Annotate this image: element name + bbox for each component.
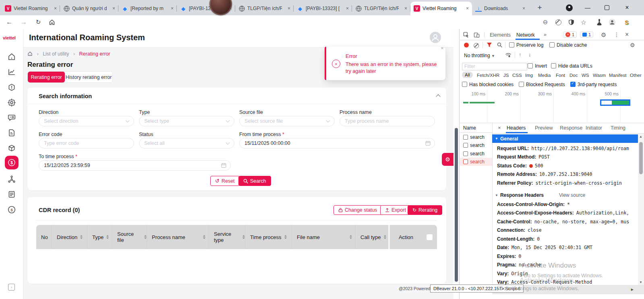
tab-close-icon[interactable]: ×: [464, 6, 469, 11]
devtools-tab-network[interactable]: Network: [516, 32, 535, 38]
sidebar-report-icon[interactable]: [7, 190, 16, 199]
browser-tab-1[interactable]: V Viettel Roaming ×: [2, 2, 60, 15]
device-toolbar-icon[interactable]: [474, 32, 480, 38]
throttling-dropdown[interactable]: No throttling ▼: [464, 53, 495, 58]
devtools-tab-elements[interactable]: Elements: [490, 32, 511, 38]
source-file-select[interactable]: [239, 116, 335, 126]
chip-font[interactable]: Font: [556, 73, 565, 78]
detail-tab-timing[interactable]: Timing: [611, 125, 625, 131]
chip-doc[interactable]: Doc: [569, 73, 578, 78]
detail-tab-preview[interactable]: Preview: [535, 125, 553, 131]
sidebar-item-rerating-active[interactable]: $: [5, 156, 19, 169]
filter-funnel-icon[interactable]: [487, 42, 492, 47]
network-conditions-icon[interactable]: [505, 52, 511, 58]
requests-name-header[interactable]: Name: [460, 123, 492, 133]
browser-tab-downloads[interactable]: ↓ Downloads ×: [472, 2, 528, 15]
blocked-requests-checkbox[interactable]: Blocked Requests: [519, 82, 565, 87]
devtools-more-tabs-icon[interactable]: »: [544, 32, 547, 37]
browser-tab-7[interactable]: TLGP/Tiện ích/R ×: [352, 2, 410, 15]
direction-select[interactable]: [39, 116, 134, 126]
window-close-button[interactable]: ×: [621, 0, 633, 15]
disable-cache-checkbox[interactable]: Disable cache: [549, 42, 587, 48]
col-action[interactable]: Action: [388, 225, 422, 249]
col-file-name[interactable]: File name: [292, 225, 355, 249]
sidebar-home-icon[interactable]: [7, 52, 16, 61]
col-direction[interactable]: Direction: [52, 225, 87, 249]
new-tab-button[interactable]: +: [534, 0, 545, 15]
record-network-log-icon[interactable]: [464, 43, 469, 47]
devtools-error-badge[interactable]: ×1: [563, 31, 577, 38]
third-party-requests-checkbox[interactable]: 3rd-party requests: [570, 82, 617, 87]
browser-tab-5[interactable]: TLGP/Tiện ích/R ×: [235, 2, 294, 15]
chip-media[interactable]: Media: [538, 73, 551, 78]
detail-tab-response[interactable]: Response: [560, 125, 582, 131]
tab-close-icon[interactable]: ×: [285, 6, 290, 11]
forward-icon[interactable]: →: [18, 15, 30, 29]
window-maximize-button[interactable]: [601, 0, 613, 15]
chip-other[interactable]: Other: [630, 73, 642, 78]
invert-checkbox[interactable]: Invert: [528, 63, 547, 69]
col-time-process[interactable]: Time process: [245, 225, 292, 249]
change-status-button[interactable]: Change status: [333, 205, 382, 215]
search-button[interactable]: Search: [238, 176, 271, 186]
chip-wasm[interactable]: Wasm: [593, 73, 606, 78]
chip-ws[interactable]: WS: [582, 73, 589, 78]
profile-pin-icon[interactable]: [563, 0, 575, 15]
sidebar-finance-icon[interactable]: $: [7, 205, 16, 214]
zoom-out-icon[interactable]: ⊖: [540, 15, 551, 29]
hide-data-urls-checkbox[interactable]: Hide data URLs: [551, 63, 592, 69]
reset-button[interactable]: ↺ Reset: [210, 176, 240, 186]
window-minimize-button[interactable]: —: [582, 0, 594, 15]
browser-tab-6[interactable]: ◆ [PAYBI-13323] [ ×: [294, 2, 352, 15]
request-row-2[interactable]: search: [460, 141, 492, 149]
breadcrumb-home-icon[interactable]: [27, 51, 33, 56]
browser-profile-icon[interactable]: [607, 15, 618, 29]
inspect-element-icon[interactable]: [463, 32, 469, 38]
detail-close-icon[interactable]: ×: [498, 125, 501, 131]
calendar-icon[interactable]: [425, 140, 431, 146]
calendar-icon[interactable]: [221, 163, 226, 168]
col-service-type[interactable]: Service type: [209, 225, 245, 249]
export-har-icon[interactable]: ↓: [528, 52, 531, 58]
blocked-content-icon[interactable]: [553, 15, 564, 29]
col-no[interactable]: No: [36, 225, 52, 249]
sidebar-document-icon[interactable]: [7, 128, 16, 137]
col-process-name[interactable]: Process name: [147, 225, 209, 249]
sidebar-collapse-icon[interactable]: ›: [8, 284, 15, 291]
select-all-checkbox-cell[interactable]: [422, 225, 437, 249]
tab-close-icon[interactable]: ×: [344, 6, 349, 11]
detail-vertical-scrollbar[interactable]: ▲ ▼: [638, 134, 644, 285]
browser-tab-2[interactable]: Quản lý người d ×: [60, 2, 118, 15]
sidebar-workflow-icon[interactable]: [7, 175, 16, 184]
home-icon[interactable]: [46, 15, 58, 29]
s-extension-icon[interactable]: S: [621, 15, 632, 29]
page-scrollbar[interactable]: [453, 29, 459, 299]
reload-icon[interactable]: ↻: [32, 15, 44, 29]
breadcrumb-list-of-utility[interactable]: List of utility: [43, 51, 69, 57]
tab-rerating-error[interactable]: Rerating error: [28, 72, 65, 82]
devtools-console-badge[interactable]: 1: [580, 31, 593, 38]
tab-close-icon[interactable]: ×: [402, 6, 407, 11]
sidebar-automation-icon[interactable]: [7, 98, 16, 107]
chip-css[interactable]: CSS: [512, 73, 522, 78]
col-type[interactable]: Type: [87, 225, 112, 249]
toast-close-icon[interactable]: ×: [441, 45, 444, 51]
network-settings-gear-icon[interactable]: ⚙: [630, 42, 635, 48]
general-section-header[interactable]: ▼General: [492, 134, 638, 143]
page-scrollbar-thumb[interactable]: [455, 128, 458, 282]
bookmark-star-icon[interactable]: ☆: [578, 15, 589, 29]
request-row-3[interactable]: search: [460, 150, 492, 158]
chip-js[interactable]: JS: [503, 73, 509, 78]
has-blocked-cookies-checkbox[interactable]: Has blocked cookies: [462, 82, 514, 87]
preserve-log-checkbox[interactable]: Preserve log: [509, 42, 543, 48]
tab-close-icon[interactable]: ×: [520, 6, 525, 11]
devtools-close-icon[interactable]: ×: [625, 31, 629, 38]
extension-flask-icon[interactable]: [594, 15, 605, 29]
tab-close-icon[interactable]: ×: [110, 6, 115, 11]
view-source-link[interactable]: View source: [559, 192, 585, 198]
from-time-input[interactable]: [239, 138, 435, 148]
clear-network-log-icon[interactable]: [474, 43, 479, 50]
sidebar-package-icon[interactable]: [7, 144, 16, 153]
chip-img[interactable]: Img: [525, 73, 533, 78]
request-row-4-failed[interactable]: search: [460, 158, 492, 166]
